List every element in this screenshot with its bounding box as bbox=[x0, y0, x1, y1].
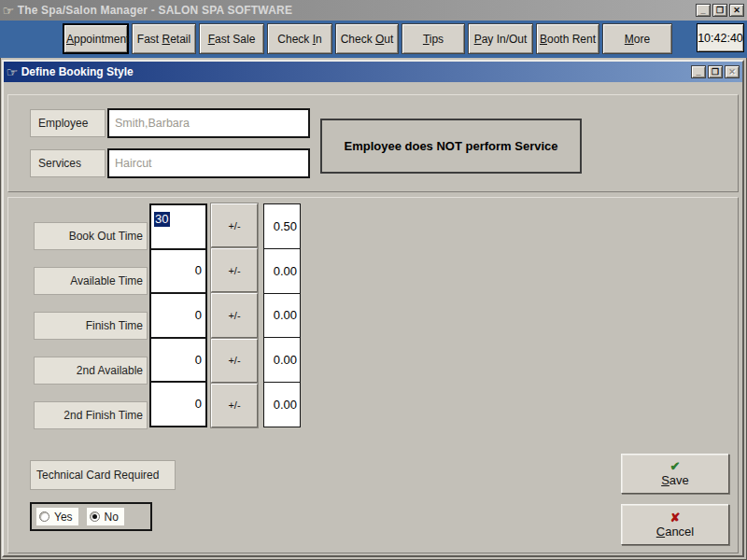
close-icon[interactable]: ✕ bbox=[729, 4, 744, 17]
book-out-time-hours-value: 0.50 bbox=[264, 204, 300, 248]
checkmark-icon: ✔ bbox=[670, 460, 681, 472]
radio-no-label: No bbox=[105, 511, 119, 524]
no-service-notice: Employee does NOT perform Service bbox=[320, 119, 582, 174]
finish-time-minutes-field[interactable]: 0 bbox=[151, 292, 205, 337]
second-finish-time-minutes-value: 0 bbox=[195, 397, 202, 411]
second-finish-time-hours-value: 0.00 bbox=[264, 382, 300, 427]
radio-option-yes[interactable]: Yes bbox=[36, 508, 78, 525]
technical-card-radio-group: Yes No bbox=[30, 502, 152, 531]
app-title: The Spa/Salon Manager - SALON SPA SOFTWA… bbox=[18, 4, 292, 17]
toolbar-tips-button[interactable]: Tips bbox=[402, 23, 465, 54]
second-finish-time-plus-minus-button[interactable]: +/- bbox=[211, 384, 258, 427]
cancel-button-label: Cancel bbox=[656, 525, 694, 539]
finish-time-label: Finish Time bbox=[34, 312, 148, 340]
available-time-minutes-field[interactable]: 0 bbox=[151, 248, 205, 293]
second-available-hours-value: 0.00 bbox=[264, 337, 300, 382]
dialog-minimize-icon[interactable]: _ bbox=[691, 65, 706, 78]
save-button[interactable]: ✔ Save bbox=[621, 454, 729, 494]
toolbar-check-out-button[interactable]: Check Out bbox=[335, 23, 399, 54]
services-label: Services bbox=[30, 149, 106, 177]
second-available-minutes-value: 0 bbox=[195, 352, 202, 366]
available-time-label: Available Time bbox=[34, 267, 148, 295]
toolbar-more-button[interactable]: More bbox=[602, 23, 672, 54]
clock-display: 10:42:40 bbox=[697, 23, 744, 52]
available-time-minutes-value: 0 bbox=[195, 263, 202, 277]
dialog-window-controls: _ ❐ ✕ bbox=[691, 65, 740, 78]
save-button-label: Save bbox=[661, 473, 689, 487]
hours-display-column: 0.50 0.00 0.00 0.00 0.00 bbox=[263, 203, 301, 427]
book-out-time-minutes-value: 30 bbox=[154, 212, 170, 227]
dialog-close-icon: ✕ bbox=[725, 65, 740, 78]
second-finish-time-label: 2nd Finish Time bbox=[34, 401, 148, 429]
radio-option-no[interactable]: No bbox=[87, 508, 124, 525]
technical-card-required-label: Technical Card Required bbox=[30, 460, 176, 490]
services-field[interactable] bbox=[107, 148, 310, 178]
maximize-icon[interactable]: ❐ bbox=[712, 4, 727, 17]
radio-unchecked-icon bbox=[39, 511, 49, 522]
plus-minus-button-column: +/- +/- +/- +/- +/- bbox=[211, 203, 258, 427]
book-out-time-plus-minus-button[interactable]: +/- bbox=[211, 203, 258, 247]
app-titlebar: ☞ The Spa/Salon Manager - SALON SPA SOFT… bbox=[0, 0, 747, 21]
book-out-time-minutes-field[interactable]: 30 bbox=[151, 205, 205, 248]
finish-time-minutes-value: 0 bbox=[195, 308, 202, 322]
toolbar-pay-in-out-button[interactable]: Pay In/Out bbox=[468, 23, 533, 54]
dialog-title: Define Booking Style bbox=[21, 65, 134, 78]
toolbar-fast-retail-button[interactable]: Fast Retail bbox=[132, 23, 196, 54]
application-window: ☞ The Spa/Salon Manager - SALON SPA SOFT… bbox=[0, 0, 747, 560]
toolbar-fast-sale-button[interactable]: Fast Sale bbox=[199, 23, 264, 54]
second-available-label: 2nd Available bbox=[34, 357, 148, 385]
dialog-titlebar: ☞ Define Booking Style _ ❐ ✕ bbox=[4, 62, 742, 82]
radio-checked-icon bbox=[90, 511, 100, 522]
toolbar-check-in-button[interactable]: Check In bbox=[267, 23, 332, 54]
book-out-time-label: Book Out Time bbox=[34, 222, 148, 250]
dialog-maximize-icon[interactable]: ❐ bbox=[708, 65, 723, 78]
cancel-button[interactable]: ✘ Cancel bbox=[621, 504, 729, 545]
minimize-icon[interactable]: _ bbox=[696, 4, 711, 17]
second-available-minutes-field[interactable]: 0 bbox=[151, 337, 205, 382]
toolbar-appointment-button[interactable]: Appointment bbox=[63, 23, 129, 54]
employee-label: Employee bbox=[30, 109, 106, 137]
cross-icon: ✘ bbox=[670, 511, 681, 524]
second-available-plus-minus-button[interactable]: +/- bbox=[211, 339, 258, 383]
finish-time-hours-value: 0.00 bbox=[264, 293, 300, 338]
main-toolbar: Appointment Fast Retail Fast Sale Check … bbox=[0, 21, 747, 58]
finish-time-plus-minus-button[interactable]: +/- bbox=[211, 293, 258, 337]
define-booking-style-window: ☞ Define Booking Style _ ❐ ✕ Employee Se… bbox=[2, 60, 744, 557]
radio-yes-label: Yes bbox=[54, 511, 73, 524]
available-time-hours-value: 0.00 bbox=[264, 248, 300, 293]
available-time-plus-minus-button[interactable]: +/- bbox=[211, 248, 258, 292]
dialog-hand-icon: ☞ bbox=[6, 66, 18, 78]
minutes-input-column: 30 0 0 0 0 bbox=[149, 203, 207, 427]
app-hand-icon: ☞ bbox=[2, 5, 14, 17]
second-finish-time-minutes-field[interactable]: 0 bbox=[151, 381, 205, 426]
app-window-controls: _ ❐ ✕ bbox=[696, 4, 744, 17]
toolbar-booth-rent-button[interactable]: Booth Rent bbox=[536, 23, 599, 54]
employee-field[interactable] bbox=[107, 108, 310, 138]
